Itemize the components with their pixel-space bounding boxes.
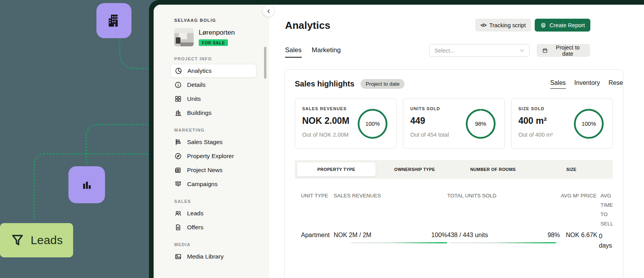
building-tile — [96, 3, 131, 38]
app-window: SELVAAG BOLIG Lørenporten FOR SALE PROJE… — [154, 5, 644, 278]
sidebar-item-property-explorer[interactable]: Property Explorer — [170, 149, 257, 163]
segment-size[interactable]: SIZE — [532, 162, 611, 176]
chart-tile — [68, 166, 105, 203]
kpi-value: 449 — [410, 116, 449, 126]
calendar-icon — [542, 48, 548, 54]
section-label-marketing: MARKETING — [174, 128, 258, 132]
tracking-script-button[interactable]: </> Tracking script — [475, 19, 531, 32]
stages-icon — [174, 138, 182, 146]
people-icon — [174, 209, 182, 217]
sidebar-item-leads[interactable]: Leads — [170, 206, 257, 220]
sidebar-item-media-library[interactable]: Media Library — [170, 250, 257, 264]
sidebar-collapse-button[interactable] — [263, 5, 274, 17]
kpi-label: SIZE SOLD — [518, 106, 553, 111]
section-label-media: MEDIA — [174, 242, 258, 247]
project-header[interactable]: Lørenporten FOR SALE — [174, 28, 258, 46]
leads-card: Leads — [0, 223, 73, 257]
section-label-sales: SALES — [174, 199, 258, 204]
image-icon — [174, 253, 182, 260]
kpi-value: NOK 2.00M — [302, 116, 349, 126]
sidebar-item-buildings[interactable]: Buildings — [170, 106, 257, 120]
decorative-background: Leads — [0, 0, 149, 278]
segment-number-of-rooms[interactable]: NUMBER OF ROOMS — [454, 162, 532, 176]
kpi-row: SALES REVENUES NOK 2.00M Out of NOK 2.00… — [295, 98, 613, 149]
sidebar-item-units[interactable]: Units — [170, 92, 257, 106]
progress-ring: 98% — [464, 107, 497, 141]
header-actions: </> Tracking script Create Report — [475, 19, 590, 32]
dimension-segmented-control: PROPERTY TYPE OWNERSHIP TYPE NUMBER OF R… — [295, 160, 613, 179]
app-window-frame: SELVAAG BOLIG Lørenporten FOR SALE PROJE… — [149, 0, 644, 278]
cell-sales-revenues: NOK 2M / 2M 100% — [334, 232, 447, 250]
table-header-row: UNIT TYPE SALES REVENUES TOTAL UNITS SOL… — [301, 191, 613, 232]
kpi-sales-revenues: SALES REVENUES NOK 2.00M Out of NOK 2.00… — [295, 98, 397, 149]
filter-select[interactable]: Select... — [429, 44, 530, 57]
col-total-units-sold: TOTAL UNITS SOLD — [447, 191, 560, 201]
chevron-down-icon — [519, 48, 525, 53]
segment-property-type[interactable]: PROPERTY TYPE — [297, 162, 376, 176]
pie-chart-icon — [175, 67, 182, 75]
status-badge: FOR SALE — [199, 39, 228, 46]
tab-sales[interactable]: Sales — [285, 46, 302, 58]
kpi-size-sold: SIZE SOLD 400 m² Out of 400 m² 100% — [511, 98, 613, 149]
kpi-value: 400 m² — [518, 116, 553, 126]
col-avg-time-to-sell: AVG TIME TO SELL — [597, 191, 619, 229]
col-avg-m2-price: AVG M² PRICE — [560, 191, 597, 201]
building-icon — [105, 12, 123, 30]
cell-unit-type: Apartment — [301, 232, 334, 250]
card-tab-reservations[interactable]: Rese — [609, 79, 623, 89]
card-tab-sales[interactable]: Sales — [550, 79, 566, 89]
info-icon — [174, 81, 182, 89]
card-tabs: Sales Inventory Rese — [550, 79, 623, 89]
select-placeholder: Select... — [434, 48, 455, 54]
sidebar-item-campaigns[interactable]: Campaigns — [170, 177, 257, 191]
presentation-icon — [174, 180, 182, 188]
printer-icon — [540, 22, 546, 28]
building-icon — [174, 109, 182, 117]
kpi-subtext: Out of 454 total — [410, 132, 449, 138]
ring-percent: 100% — [572, 107, 606, 141]
units-percent: 98% — [548, 232, 560, 239]
compass-icon — [174, 152, 182, 160]
dotted-connector — [119, 39, 149, 69]
period-pill: Project to date — [360, 79, 404, 89]
sales-percent: 100% — [431, 232, 447, 239]
date-range-button[interactable]: Project to date — [537, 44, 590, 57]
card-tab-inventory[interactable]: Inventory — [574, 79, 600, 89]
kpi-label: UNITS SOLD — [410, 106, 449, 111]
table-row[interactable]: Apartment NOK 2M / 2M 100% 438 / 443 uni… — [301, 232, 613, 250]
create-report-button[interactable]: Create Report — [535, 19, 590, 32]
card-header: Sales highlights Project to date Sales I… — [295, 79, 613, 89]
sidebar-item-sales-stages[interactable]: Sales Stages — [170, 135, 257, 149]
grid-icon — [174, 95, 182, 103]
sidebar-item-analytics[interactable]: Analytics — [170, 64, 257, 78]
scrollbar-thumb[interactable] — [264, 47, 266, 79]
funnel-icon — [10, 233, 24, 247]
col-unit-type: UNIT TYPE — [301, 191, 334, 201]
kpi-subtext: Out of NOK 2.00M — [302, 132, 349, 138]
sidebar-item-details[interactable]: Details — [170, 78, 257, 92]
sidebar-item-offers[interactable]: Offers — [170, 220, 257, 234]
bar-chart-icon — [79, 177, 94, 193]
sidebar-item-project-news[interactable]: Project News — [170, 163, 257, 177]
main-content: Analytics </> Tracking script Create Rep… — [269, 5, 644, 278]
ring-percent: 100% — [356, 107, 389, 141]
newspaper-icon — [174, 166, 182, 174]
kpi-label: SALES REVENUES — [302, 106, 349, 111]
breakdown-table: UNIT TYPE SALES REVENUES TOTAL UNITS SOL… — [295, 191, 613, 250]
progress-ring: 100% — [356, 107, 389, 141]
org-label: SELVAAG BOLIG — [174, 18, 258, 23]
project-name: Lørenporten — [199, 29, 235, 37]
tab-marketing[interactable]: Marketing — [312, 46, 341, 58]
sales-highlights-card: Sales highlights Project to date Sales I… — [284, 69, 623, 278]
segment-ownership-type[interactable]: OWNERSHIP TYPE — [376, 162, 454, 176]
kpi-subtext: Out of 400 m² — [518, 132, 553, 138]
cell-total-units-sold: 438 / 443 units 98% — [447, 232, 560, 250]
kpi-units-sold: UNITS SOLD 449 Out of 454 total 98% — [403, 98, 505, 149]
progress-ring: 100% — [572, 107, 606, 141]
cell-avg-m2-price: NOK 6.67K — [560, 232, 597, 250]
sales-progress-bar — [351, 242, 447, 243]
card-title: Sales highlights — [295, 79, 354, 88]
section-label-project-info: PROJECT INFO — [174, 56, 258, 61]
code-icon: </> — [481, 23, 486, 28]
ring-percent: 98% — [464, 107, 497, 141]
